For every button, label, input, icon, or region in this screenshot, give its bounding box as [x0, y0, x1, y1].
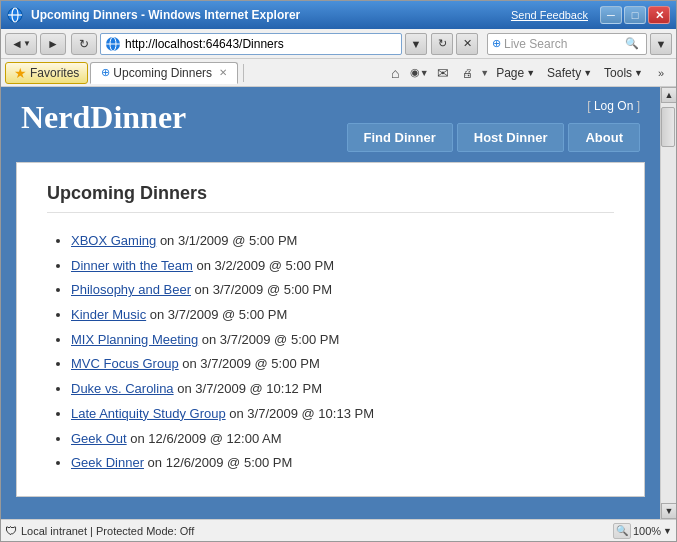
dinner-link[interactable]: Kinder Music: [71, 307, 146, 322]
list-item: MIX Planning Meeting on 3/7/2009 @ 5:00 …: [71, 328, 614, 353]
stop-button[interactable]: ✕: [456, 33, 478, 55]
search-dropdown[interactable]: ▼: [650, 33, 672, 55]
dinner-date: on 3/7/2009 @ 5:00 PM: [179, 356, 320, 371]
dinner-date: on 3/7/2009 @ 5:00 PM: [198, 332, 339, 347]
scroll-track[interactable]: [661, 103, 676, 503]
forward-button[interactable]: ►: [40, 33, 66, 55]
search-button[interactable]: 🔍: [622, 34, 642, 54]
dinner-date: on 3/2/2009 @ 5:00 PM: [193, 258, 334, 273]
address-go-button[interactable]: ▼: [405, 33, 427, 55]
ie-logo-icon: [7, 7, 23, 23]
tab-icon: ⊕: [101, 66, 110, 79]
dinner-link[interactable]: Philosophy and Beer: [71, 282, 191, 297]
dinner-date: on 3/7/2009 @ 5:00 PM: [146, 307, 287, 322]
address-text: http://localhost:64643/Dinners: [125, 37, 397, 51]
log-on-area: [ Log On ]: [587, 99, 640, 113]
browser-window: Upcoming Dinners - Windows Internet Expl…: [0, 0, 677, 542]
page-arrow-icon: ▼: [526, 68, 535, 78]
log-on-link[interactable]: Log On: [594, 99, 633, 113]
home-button[interactable]: ⌂: [384, 62, 406, 84]
zoom-level: 100%: [633, 525, 661, 537]
site-body: Upcoming Dinners XBOX Gaming on 3/1/2009…: [16, 162, 645, 497]
close-button[interactable]: ✕: [648, 6, 670, 24]
back-button[interactable]: ◄ ▼: [5, 33, 37, 55]
zoom-button[interactable]: 🔍: [613, 523, 631, 539]
safety-button[interactable]: Safety ▼: [542, 62, 597, 84]
about-button[interactable]: About: [568, 123, 640, 152]
shield-status-icon: 🛡: [5, 524, 17, 538]
safety-arrow-icon: ▼: [583, 68, 592, 78]
email-button[interactable]: ✉: [432, 62, 454, 84]
address-dropdown-icon: ▼: [411, 38, 422, 50]
dinner-date: on 12/6/2009 @ 5:00 PM: [144, 455, 292, 470]
scroll-down-button[interactable]: ▼: [661, 503, 676, 519]
stop-icon: ✕: [463, 37, 472, 50]
bracket-left: [: [587, 99, 594, 113]
zoom-area: 🔍 100% ▼: [613, 523, 672, 539]
forward-icon: ►: [47, 37, 59, 51]
minimize-button[interactable]: ─: [600, 6, 622, 24]
toolbar-separator: [243, 64, 244, 82]
dinner-date: on 3/7/2009 @ 10:13 PM: [226, 406, 374, 421]
rss-dropdown[interactable]: ◉ ▼: [408, 62, 430, 84]
star-icon: ★: [14, 65, 27, 81]
refresh-stop-button[interactable]: ↻: [431, 33, 453, 55]
search-bar[interactable]: ⊕ Live Search 🔍: [487, 33, 647, 55]
scroll-up-button[interactable]: ▲: [661, 87, 676, 103]
host-dinner-button[interactable]: Host Dinner: [457, 123, 565, 152]
live-search-logo: ⊕: [492, 37, 501, 50]
tools-button[interactable]: Tools ▼: [599, 62, 648, 84]
browser-toolbar: ★ Favorites ⊕ Upcoming Dinners ✕ ⌂ ◉ ▼ ✉…: [1, 59, 676, 87]
tools-label: Tools: [604, 66, 632, 80]
back-icon: ◄: [11, 37, 23, 51]
favorites-label: Favorites: [30, 66, 79, 80]
site-nav: Find Dinner Host Dinner About: [347, 123, 640, 152]
title-bar: Upcoming Dinners - Windows Internet Expl…: [1, 1, 676, 29]
dinner-date: on 3/1/2009 @ 5:00 PM: [156, 233, 297, 248]
print-arrow[interactable]: ▼: [480, 68, 489, 78]
address-input-wrap[interactable]: http://localhost:64643/Dinners: [100, 33, 402, 55]
tools-arrow-icon: ▼: [634, 68, 643, 78]
list-item: Duke vs. Carolina on 3/7/2009 @ 10:12 PM: [71, 377, 614, 402]
send-feedback-link[interactable]: Send Feedback: [511, 9, 588, 21]
refresh-button[interactable]: ↻: [71, 33, 97, 55]
active-tab[interactable]: ⊕ Upcoming Dinners ✕: [90, 62, 238, 84]
page-icon: [105, 36, 121, 52]
dinner-link[interactable]: MVC Focus Group: [71, 356, 179, 371]
main-content: NerdDinner [ Log On ] Find Dinner Host D…: [1, 87, 660, 519]
dinner-date: on 3/7/2009 @ 10:12 PM: [174, 381, 322, 396]
toolbar-icons-group: ⌂ ◉ ▼ ✉ 🖨 ▼ Page ▼ Safety ▼ Tools ▼ »: [384, 62, 672, 84]
dinner-link[interactable]: Dinner with the Team: [71, 258, 193, 273]
dinner-date: on 3/7/2009 @ 5:00 PM: [191, 282, 332, 297]
back-dropdown-arrow: ▼: [23, 39, 31, 48]
zoom-dropdown-arrow[interactable]: ▼: [663, 526, 672, 536]
page-label: Page: [496, 66, 524, 80]
search-placeholder: Live Search: [504, 37, 622, 51]
scroll-thumb[interactable]: [661, 107, 675, 147]
tab-label: Upcoming Dinners: [113, 66, 212, 80]
site-header: NerdDinner [ Log On ] Find Dinner Host D…: [1, 87, 660, 152]
list-item: Dinner with the Team on 3/2/2009 @ 5:00 …: [71, 254, 614, 279]
dinner-link[interactable]: MIX Planning Meeting: [71, 332, 198, 347]
dinner-link[interactable]: Late Antiquity Study Group: [71, 406, 226, 421]
dinner-link[interactable]: Geek Dinner: [71, 455, 144, 470]
maximize-button[interactable]: □: [624, 6, 646, 24]
list-item: Geek Out on 12/6/2009 @ 12:00 AM: [71, 427, 614, 452]
dinner-link[interactable]: Geek Out: [71, 431, 127, 446]
list-item: Late Antiquity Study Group on 3/7/2009 @…: [71, 402, 614, 427]
dinner-link[interactable]: Duke vs. Carolina: [71, 381, 174, 396]
favorites-button[interactable]: ★ Favorites: [5, 62, 88, 84]
page-heading: Upcoming Dinners: [47, 183, 614, 213]
print-dropdown[interactable]: 🖨: [456, 62, 478, 84]
find-dinner-button[interactable]: Find Dinner: [347, 123, 453, 152]
dinner-list: XBOX Gaming on 3/1/2009 @ 5:00 PMDinner …: [47, 229, 614, 476]
list-item: XBOX Gaming on 3/1/2009 @ 5:00 PM: [71, 229, 614, 254]
content-area: NerdDinner [ Log On ] Find Dinner Host D…: [1, 87, 676, 519]
toolbar-extra-button[interactable]: »: [650, 62, 672, 84]
page-button[interactable]: Page ▼: [491, 62, 540, 84]
scrollbar: ▲ ▼: [660, 87, 676, 519]
dinner-date: on 12/6/2009 @ 12:00 AM: [127, 431, 282, 446]
tab-close-button[interactable]: ✕: [219, 67, 227, 78]
status-bar: 🛡 Local intranet | Protected Mode: Off 🔍…: [1, 519, 676, 541]
dinner-link[interactable]: XBOX Gaming: [71, 233, 156, 248]
